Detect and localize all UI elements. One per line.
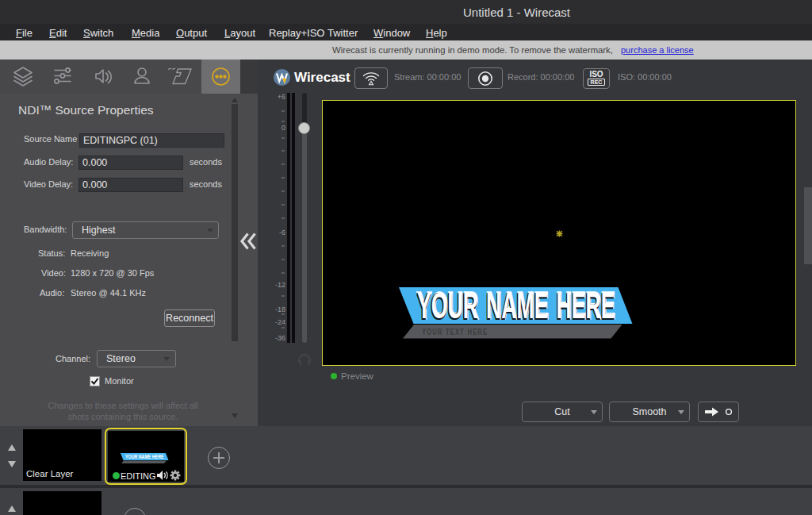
svg-text:YOUR NAME HERE: YOUR NAME HERE <box>125 453 163 459</box>
